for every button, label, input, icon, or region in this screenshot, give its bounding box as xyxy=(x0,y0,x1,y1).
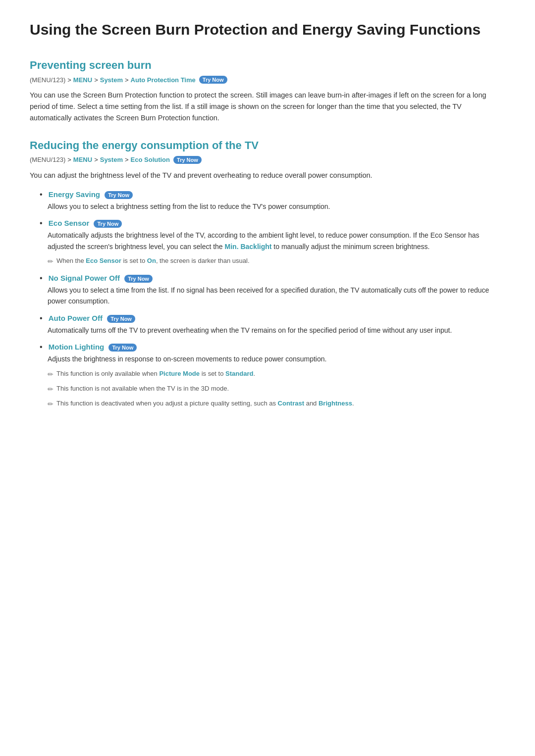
section2-breadcrumb: (MENU/123) > MENU > System > Eco Solutio… xyxy=(30,156,505,164)
breadcrumb-prefix: (MENU/123) xyxy=(30,76,65,84)
section2-body: You can adjust the brightness level of t… xyxy=(30,170,505,181)
section-screen-burn: Preventing screen burn (MENU/123) > MENU… xyxy=(30,59,505,124)
arrow2-icon-2: > xyxy=(94,156,98,163)
motion-lighting-note-3: ✏ This function is deactivated when you … xyxy=(48,399,505,409)
try-now-motion-lighting[interactable]: Try Now xyxy=(108,344,137,352)
list-item-auto-power-off: Auto Power Off Try Now Automatically tur… xyxy=(40,314,505,336)
breadcrumb2-eco: Eco Solution xyxy=(131,156,170,163)
section1-breadcrumb: (MENU/123) > MENU > System > Auto Protec… xyxy=(30,76,505,84)
try-now-eco-sensor[interactable]: Try Now xyxy=(94,220,122,228)
eco-items-list: Energy Saving Try Now Allows you to sele… xyxy=(30,190,505,409)
section1-body: You can use the Screen Burn Protection f… xyxy=(30,90,505,124)
energy-saving-label: Energy Saving xyxy=(49,190,100,199)
breadcrumb2-system: System xyxy=(100,156,123,163)
section-energy-saving: Reducing the energy consumption of the T… xyxy=(30,139,505,409)
auto-power-off-label: Auto Power Off xyxy=(49,314,103,322)
motion-lighting-note-1: ✏ This function is only available when P… xyxy=(48,369,505,380)
auto-power-off-desc: Automatically turns off the TV to preven… xyxy=(48,325,505,336)
breadcrumb2-menu: MENU xyxy=(73,156,92,163)
note-icon-4: ✏ xyxy=(48,399,54,409)
motion-lighting-desc: Adjusts the brightness in response to on… xyxy=(48,353,505,364)
list-item-no-signal: No Signal Power Off Try Now Allows you t… xyxy=(40,274,505,307)
motion-lighting-label: Motion Lighting xyxy=(49,343,104,351)
motion-lighting-note-text-3: This function is deactivated when you ad… xyxy=(56,399,354,408)
section2-heading: Reducing the energy consumption of the T… xyxy=(30,139,505,152)
arrow-icon-3: > xyxy=(125,76,129,84)
arrow-icon-2: > xyxy=(94,76,98,84)
motion-lighting-note-text-1: This function is only available when Pic… xyxy=(56,369,255,379)
eco-sensor-note-text: When the Eco Sensor is set to On, the sc… xyxy=(56,256,250,266)
eco-sensor-note: ✏ When the Eco Sensor is set to On, the … xyxy=(48,256,505,267)
try-now-badge-2[interactable]: Try Now xyxy=(173,156,202,164)
breadcrumb2-prefix: (MENU/123) xyxy=(30,156,65,163)
breadcrumb-system: System xyxy=(100,76,123,84)
list-item-motion-lighting: Motion Lighting Try Now Adjusts the brig… xyxy=(40,343,505,409)
eco-sensor-label: Eco Sensor xyxy=(49,219,90,227)
arrow2-icon-1: > xyxy=(67,156,71,163)
note-icon-2: ✏ xyxy=(48,369,54,380)
arrow-icon-1: > xyxy=(67,76,71,84)
try-now-energy-saving[interactable]: Try Now xyxy=(105,191,133,199)
try-now-auto-power-off[interactable]: Try Now xyxy=(107,315,135,323)
min-backlight-link: Min. Backlight xyxy=(225,243,272,251)
page-title: Using the Screen Burn Protection and Ene… xyxy=(30,20,505,39)
motion-lighting-note-text-2: This function is not available when the … xyxy=(56,384,229,394)
breadcrumb-menu: MENU xyxy=(73,76,92,84)
note-icon-3: ✏ xyxy=(48,384,54,395)
try-now-badge-1[interactable]: Try Now xyxy=(199,76,227,84)
eco-sensor-desc: Automatically adjusts the brightness lev… xyxy=(48,230,505,252)
list-item-eco-sensor: Eco Sensor Try Now Automatically adjusts… xyxy=(40,219,505,267)
motion-lighting-note-2: ✏ This function is not available when th… xyxy=(48,384,505,395)
arrow2-icon-3: > xyxy=(125,156,129,163)
no-signal-desc: Allows you to select a time from the lis… xyxy=(48,285,505,307)
note-icon-1: ✏ xyxy=(48,256,54,267)
list-item-energy-saving: Energy Saving Try Now Allows you to sele… xyxy=(40,190,505,212)
energy-saving-desc: Allows you to select a brightness settin… xyxy=(48,201,505,212)
breadcrumb-auto-protection: Auto Protection Time xyxy=(131,76,196,84)
no-signal-label: No Signal Power Off xyxy=(49,274,120,282)
section1-heading: Preventing screen burn xyxy=(30,59,505,72)
try-now-no-signal[interactable]: Try Now xyxy=(124,275,153,283)
